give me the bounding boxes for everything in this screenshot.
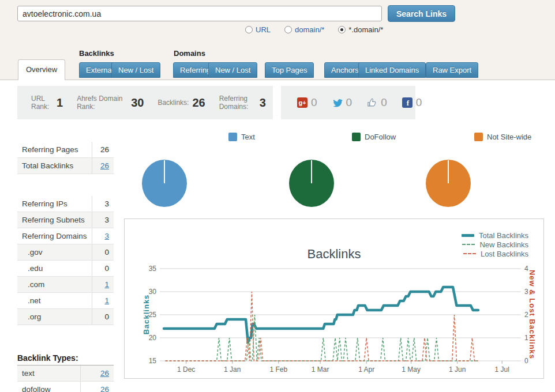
stat-url-rank-label: URL Rank: bbox=[31, 95, 53, 111]
legend-text: Text bbox=[228, 133, 255, 141]
row-referring-domains: Referring Domains 3 bbox=[17, 228, 114, 244]
radio-subdomains-circle[interactable] bbox=[338, 26, 346, 33]
row-tld-org: .org 0 bbox=[17, 309, 114, 325]
svg-text:1 Mar: 1 Mar bbox=[312, 365, 329, 374]
svg-text:g+: g+ bbox=[298, 99, 306, 106]
radio-url-circle[interactable] bbox=[245, 26, 253, 33]
tld-net-link[interactable]: 1 bbox=[104, 296, 109, 305]
referring-domains-label: Referring Domains bbox=[17, 232, 92, 240]
google-plus-icon: g+ bbox=[297, 97, 308, 108]
referring-ips-value: 3 bbox=[92, 196, 114, 212]
row-type-text: text 26 bbox=[17, 365, 114, 382]
radio-url[interactable]: URL bbox=[245, 25, 271, 34]
search-mode-radio-group: URL domain/* *.domain/* bbox=[245, 25, 383, 34]
legend-not-sitewide: Not Site-wide bbox=[474, 133, 531, 141]
tld-org-label: .org bbox=[17, 312, 92, 321]
pie-chart-text bbox=[140, 159, 189, 208]
legend-dofollow-label: DoFollow bbox=[365, 133, 396, 141]
stat-backlinks-label: Backlinks: bbox=[158, 99, 189, 107]
tld-com-link[interactable]: 1 bbox=[104, 280, 109, 289]
row-type-dofollow: dofollow 26 bbox=[17, 382, 114, 392]
row-referring-ips: Referring IPs 3 bbox=[17, 196, 114, 212]
twitter-count: 0 bbox=[346, 96, 352, 109]
radio-domain-circle[interactable] bbox=[284, 26, 292, 33]
sidebar-backlink-types-section: Backlink Types: text 26 dofollow 26 bbox=[17, 352, 114, 392]
chart-legend: Total Backlinks New Backlinks Lost Backl… bbox=[462, 231, 528, 258]
radio-url-label: URL bbox=[256, 25, 271, 34]
svg-text:1 May: 1 May bbox=[402, 365, 421, 374]
tab-raw-export[interactable]: Raw Export bbox=[426, 62, 478, 78]
right-axis-label: New & Lost Backlinks bbox=[528, 266, 537, 364]
lost-backlinks-swatch bbox=[463, 253, 476, 254]
stat-backlinks: Backlinks: 26 bbox=[158, 96, 205, 110]
total-backlinks-link[interactable]: 26 bbox=[100, 161, 109, 170]
row-tld-edu: .edu 0 bbox=[17, 261, 114, 277]
tld-com-label: .com bbox=[17, 280, 92, 289]
stat-url-rank-value: 1 bbox=[57, 96, 63, 110]
tab-domains-new-lost[interactable]: New / Lost bbox=[208, 62, 257, 78]
tab-top-pages[interactable]: Top Pages bbox=[265, 62, 314, 78]
pie-chart-not-sitewide bbox=[423, 159, 473, 208]
tab-backlinks-new-lost[interactable]: New / Lost bbox=[111, 62, 160, 78]
left-axis-label: Backlinks bbox=[142, 269, 151, 361]
stat-referring-domains-value: 3 bbox=[260, 96, 266, 110]
social-facebook: f 0 bbox=[402, 96, 422, 109]
stat-domain-rank-label: Ahrefs Domain Rank: bbox=[77, 95, 127, 111]
row-tld-net: .net 1 bbox=[17, 293, 114, 309]
svg-text:1 Feb: 1 Feb bbox=[269, 365, 287, 374]
referring-subnets-value: 3 bbox=[92, 212, 114, 228]
tab-linked-domains[interactable]: Linked Domains bbox=[358, 62, 426, 78]
tld-edu-value: 0 bbox=[92, 261, 114, 276]
row-referring-pages: Referring Pages 26 bbox=[17, 142, 114, 158]
social-counts-box: g+ 0 0 0 f 0 bbox=[281, 86, 415, 119]
svg-text:1 Jul: 1 Jul bbox=[495, 365, 509, 374]
radio-domain[interactable]: domain/* bbox=[284, 25, 324, 34]
radio-subdomains-label: *.domain/* bbox=[348, 25, 383, 34]
total-backlinks-swatch bbox=[462, 234, 474, 237]
new-backlinks-swatch bbox=[462, 244, 475, 245]
total-backlinks-legend-label: Total Backlinks bbox=[479, 231, 528, 240]
rank-stats-box: URL Rank: 1 Ahrefs Domain Rank: 30 Backl… bbox=[17, 86, 273, 119]
radio-subdomains[interactable]: *.domain/* bbox=[338, 25, 383, 34]
like-count: 0 bbox=[381, 96, 387, 109]
chart-legend-new: New Backlinks bbox=[462, 240, 528, 249]
tld-edu-label: .edu bbox=[17, 264, 92, 273]
backlink-types-heading: Backlink Types: bbox=[17, 352, 114, 365]
facebook-count: 0 bbox=[416, 96, 422, 109]
sidebar-domains-section: Referring IPs 3 Referring Subnets 3 Refe… bbox=[17, 196, 114, 325]
svg-text:1 Apr: 1 Apr bbox=[358, 365, 374, 374]
type-text-label: text bbox=[17, 369, 80, 378]
backlinks-chart: 1502012523033541 Dec1 Jan1 Feb1 Mar1 Apr… bbox=[124, 218, 544, 379]
social-google-plus: g+ 0 bbox=[297, 96, 317, 109]
pie-chart-dofollow bbox=[287, 159, 336, 208]
chart-legend-lost: Lost Backlinks bbox=[462, 249, 528, 258]
facebook-icon: f bbox=[402, 97, 412, 108]
radio-domain-label: domain/* bbox=[295, 25, 324, 34]
referring-ips-label: Referring IPs bbox=[17, 199, 92, 208]
svg-text:f: f bbox=[407, 99, 410, 107]
tld-org-value: 0 bbox=[92, 309, 114, 325]
row-tld-gov: .gov 0 bbox=[17, 244, 114, 261]
legend-text-swatch bbox=[228, 133, 237, 141]
legend-text-label: Text bbox=[241, 133, 255, 141]
referring-pages-value: 26 bbox=[92, 142, 114, 157]
tld-gov-label: .gov bbox=[17, 248, 92, 257]
type-dofollow-link[interactable]: 26 bbox=[100, 385, 109, 392]
referring-domains-link[interactable]: 3 bbox=[104, 232, 109, 240]
ahrefs-site-explorer-page: Search Links URL domain/* *.domain/* Bac… bbox=[0, 0, 555, 392]
legend-not-sitewide-swatch bbox=[474, 133, 483, 141]
tld-gov-value: 0 bbox=[92, 244, 114, 260]
stat-domain-rank: Ahrefs Domain Rank: 30 bbox=[77, 95, 144, 111]
legend-not-sitewide-label: Not Site-wide bbox=[487, 133, 531, 141]
search-links-button[interactable]: Search Links bbox=[388, 5, 455, 22]
type-text-link[interactable]: 26 bbox=[100, 369, 109, 378]
referring-pages-label: Referring Pages bbox=[17, 145, 92, 154]
tab-group-backlinks-label: Backlinks bbox=[79, 49, 114, 58]
search-input[interactable] bbox=[17, 6, 382, 21]
legend-dofollow-swatch bbox=[352, 133, 361, 141]
stat-domain-rank-value: 30 bbox=[131, 96, 144, 110]
like-icon bbox=[367, 97, 377, 108]
tab-overview[interactable]: Overview bbox=[18, 59, 65, 80]
stat-url-rank: URL Rank: 1 bbox=[31, 95, 63, 111]
chart-legend-total: Total Backlinks bbox=[462, 231, 528, 240]
